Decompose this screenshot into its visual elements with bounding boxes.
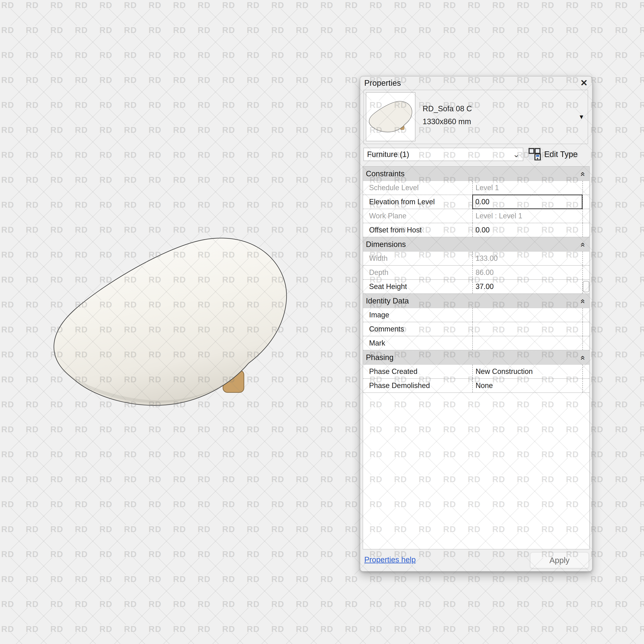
watermark-cross-icon [158,582,175,599]
watermark-text: RD [345,500,358,509]
property-value-comments[interactable] [472,322,582,336]
watermark-text: RD [222,475,235,484]
watermark-cross-icon [330,582,347,599]
associate-parameter-cell [582,280,589,293]
watermark-text: RD [615,25,628,35]
watermark-cross-icon [84,108,101,125]
apply-button[interactable]: Apply [530,552,589,568]
watermark-text: RD [247,500,260,509]
watermark-cross-icon [158,458,175,475]
watermark-text: RD [492,0,505,10]
watermark-text: RD [247,574,260,584]
watermark-text: RD [26,400,39,409]
watermark-text: RD [394,574,407,584]
section-header-constraints[interactable]: Constraints« [363,167,589,181]
watermark-text: RD [345,599,358,609]
property-value-offset-from-host[interactable]: 0.00 [472,223,582,237]
associate-parameter-cell [582,379,589,392]
watermark-text: RD [99,549,112,559]
watermark-cross-icon [379,582,396,599]
chevron-down-icon: ⌄ [513,150,520,159]
property-value-seat-height[interactable]: 37.00 [472,280,582,293]
section-header-dimensions[interactable]: Dimensions« [363,237,589,252]
property-value-elevation-from-level[interactable]: 0.00 [472,195,582,209]
watermark-cross-icon [84,183,101,200]
property-label: Schedule Level [363,181,472,195]
collapse-chevrons-icon[interactable]: « [578,299,587,303]
associate-parameter-button[interactable] [583,281,589,292]
watermark-cross-icon [624,333,641,350]
watermark-cross-icon [624,582,641,599]
watermark-text: RD [640,150,644,160]
sofa-3d-model[interactable] [48,229,294,415]
watermark-text: RD [26,624,39,634]
watermark-text: RD [75,450,88,459]
type-dropdown-icon[interactable]: ▼ [578,114,584,120]
watermark-cross-icon [624,33,641,50]
watermark-cross-icon [183,8,199,25]
watermark-text: RD [50,475,63,484]
watermark-cross-icon [133,458,150,475]
close-icon[interactable]: ✕ [580,78,588,87]
property-value-phase-demolished[interactable]: None [472,379,582,392]
watermark-cross-icon [232,458,249,475]
watermark-text: RD [149,50,162,60]
properties-help-link[interactable]: Properties help [364,555,416,564]
watermark-text: RD [198,425,211,434]
watermark-text: RD [468,50,481,60]
watermark-text: RD [1,375,14,384]
property-value-image[interactable] [472,308,582,322]
watermark-cross-icon [477,58,494,75]
element-filter-dropdown[interactable]: Furniture (1) ⌄ [363,148,523,161]
watermark-text: RD [124,500,137,509]
watermark-text: RD [26,524,39,534]
watermark-text: RD [443,0,456,10]
watermark-text: RD [296,549,309,559]
watermark-text: RD [99,175,112,185]
property-row-depth: Depth86.00 [363,266,589,280]
watermark-cross-icon [404,632,420,644]
watermark-cross-icon [600,308,617,325]
section-header-phasing[interactable]: Phasing« [363,350,589,365]
section-header-identity-data[interactable]: Identity Data« [363,294,589,308]
watermark-cross-icon [281,533,298,549]
watermark-text: RD [26,450,39,459]
watermark-cross-icon [305,108,322,125]
property-value-phase-created[interactable]: New Construction [472,365,582,378]
watermark-text: RD [320,75,333,85]
watermark-text: RD [320,624,333,634]
watermark-text: RD [222,100,235,110]
watermark-text: RD [173,175,186,185]
collapse-chevrons-icon[interactable]: « [578,243,587,246]
watermark-text: RD [296,574,309,584]
watermark-cross-icon [183,433,199,450]
watermark-cross-icon [84,607,101,624]
watermark-text: RD [124,599,137,609]
family-name: RD_Sofa 08 C [423,102,472,115]
property-value-mark[interactable] [472,336,582,350]
watermark-text: RD [615,200,628,210]
watermark-cross-icon [11,183,28,200]
watermark-text: RD [222,0,235,10]
watermark-cross-icon [11,433,28,450]
watermark-cross-icon [551,582,568,599]
watermark-cross-icon [133,158,150,175]
collapse-chevrons-icon[interactable]: « [578,172,587,175]
watermark-text: RD [296,450,309,459]
watermark-cross-icon [428,33,445,50]
watermark-cross-icon [207,108,224,125]
watermark-cross-icon [624,383,641,400]
watermark-text: RD [1,599,14,609]
watermark-text: RD [271,125,284,135]
associate-parameter-cell [582,308,589,322]
watermark-text: RD [615,624,628,634]
watermark-text: RD [173,574,186,584]
watermark-text: RD [26,325,39,334]
watermark-text: RD [320,350,333,359]
edit-type-button[interactable]: Edit Type [528,147,578,161]
watermark-text: RD [271,175,284,185]
watermark-cross-icon [11,508,28,524]
collapse-chevrons-icon[interactable]: « [578,356,587,359]
watermark-cross-icon [305,632,322,644]
type-selector[interactable]: RD_Sofa 08 C 1330x860 mm ▼ [363,90,588,144]
